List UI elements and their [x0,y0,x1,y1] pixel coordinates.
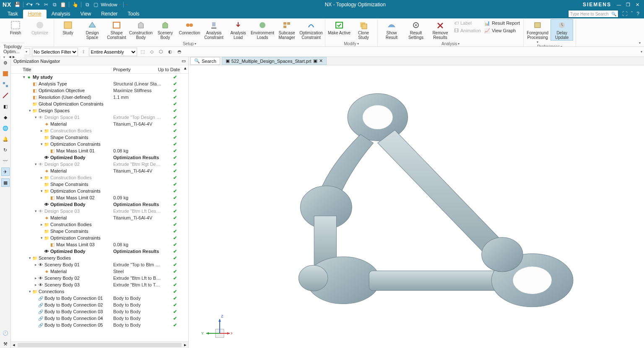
rail-hd3d-icon[interactable]: ◆ [1,113,10,121]
assembly-scope-select[interactable]: Entire Assembly [89,48,137,56]
switch-window-icon[interactable]: ⧉ [84,1,91,8]
tab-task[interactable]: Task [3,10,23,18]
tree-row[interactable]: ▾Design Spaces✔ [11,107,188,114]
topology-tab[interactable]: Topology Optim... ▾ ◂ ▸ [1,43,24,59]
tree-row[interactable]: ▸Construction Bodies✔ [11,174,188,181]
tree-row[interactable]: ▸Scenery Body 01Extrude "Top to Btm Rgt … [11,261,188,268]
help-icon[interactable]: ? [635,11,641,17]
command-search-input[interactable]: Type Here to Search 🔍 [568,10,618,18]
tree-body[interactable]: ▾My study✔Analysis TypeStructural (Linea… [11,74,188,341]
rail-gear-icon[interactable]: ⚙ [1,59,10,67]
tree-row[interactable]: Resolution (User-defined)1.1 mm✔ [11,94,188,101]
sel-icon-3[interactable]: ⬡ [157,48,165,56]
view-triad[interactable]: X Y Z [199,310,232,343]
tab-render[interactable]: Render [96,10,122,18]
close-icon[interactable]: ✕ [634,2,641,8]
tree-row[interactable]: ▾Optimization Constraints✔ [11,188,188,194]
pin-icon[interactable]: ▭ [182,58,186,64]
tree-row[interactable]: Optimized BodyOptimization Results✔ [11,154,188,161]
tree-row[interactable]: ▾Optimization Constraints✔ [11,235,188,241]
tree-row[interactable]: Shape Constraints✔ [11,181,188,188]
view-graph-button[interactable]: 📈View Graph [483,27,521,34]
tab-home[interactable]: Home [23,10,47,18]
finish-button[interactable]: Finish [4,19,27,35]
scenery-body-button[interactable]: Scenery Body [154,19,177,40]
tree-row[interactable]: MaterialSteel✔ [11,268,188,275]
col-scroll-up-icon[interactable]: ▴ [182,65,188,73]
subcase-manager-button[interactable]: Subcase Manager [275,19,298,40]
rail-settings-icon[interactable]: ⚒ [1,340,10,348]
minimize-ribbon-icon[interactable]: ˆ [630,11,634,17]
tree-row[interactable]: Body to Body Connection 05Body to Body✔ [11,322,188,328]
tree-row[interactable]: Body to Body Connection 02Body to Body✔ [11,302,188,308]
analysis-constraint-button[interactable]: Analysis Constraint [203,19,225,40]
delay-update-button[interactable]: Delay Update [551,19,573,41]
tree-row[interactable]: ▾Connections✔ [11,288,188,295]
tree-row[interactable]: Optimization ObjectiveMaximize Stiffness… [11,87,188,94]
rail-optimization-nav-icon[interactable]: ✈ [1,168,10,176]
tree-row[interactable]: Body to Body Connection 04Body to Body✔ [11,315,188,322]
search-icon[interactable]: 🔍 [611,12,616,16]
tree-row[interactable]: MaterialTitanium_Ti-6Al-4V✔ [11,168,188,174]
rail-notify-icon[interactable]: 🔔 [1,135,10,143]
show-result-button[interactable]: Show Result [380,19,403,40]
tree-row[interactable]: Max Mass Limit 020.09 kg✔ [11,194,188,201]
redo-icon[interactable]: ↷ [34,1,41,8]
foreground-processing-button[interactable]: Foreground Processing▾ [526,19,549,44]
optimization-constraint-button[interactable]: Optimization Constraint [300,19,322,40]
sel-icon-2[interactable]: ◇ [148,48,156,56]
fullscreen-icon[interactable]: ⛶ [621,11,628,17]
maximize-icon[interactable]: ❐ [625,2,631,8]
rail-assembly-nav-icon[interactable] [1,80,10,89]
sel-icon-5[interactable]: ◓ [176,48,183,56]
tree-row[interactable]: Max Mass Limit 030.08 kg✔ [11,241,188,248]
tree-row[interactable]: Shape Constraints✔ [11,228,188,235]
search-tab[interactable]: 🔍 Search [190,57,220,65]
tree-row[interactable]: ▸Construction Bodies✔ [11,221,188,228]
tree-row[interactable]: Global Optimization Constraints✔ [11,101,188,107]
window-menu-icon[interactable]: ▢ [92,1,99,8]
tree-row[interactable]: Max Mass Limit 010.08 kg✔ [11,147,188,154]
tree-row[interactable]: MaterialTitanium_Ti-6Al-4V✔ [11,214,188,221]
sel-icon-4[interactable]: ◐ [166,48,174,56]
tree-row[interactable]: Body to Body Connection 01Body to Body✔ [11,295,188,302]
minimize-icon[interactable]: — [615,2,622,8]
tab-analysis[interactable]: Analysis [47,10,75,18]
tree-row[interactable]: Optimized BodyOptimization Results✔ [11,201,188,208]
close-tab-icon[interactable]: ✕ [319,58,323,64]
connection-button[interactable]: Connection [178,19,201,35]
col-title[interactable]: Title [11,65,112,73]
design-space-button[interactable]: Design Space [81,19,104,40]
tree-h-scrollbar[interactable]: ◂▸ [11,341,188,348]
tree-row[interactable]: Body to Body Connection 03Body to Body✔ [11,308,188,315]
clone-study-button[interactable]: Clone Study [352,19,375,40]
rail-browser-icon[interactable]: 🌐 [1,124,10,132]
environment-loads-button[interactable]: Environment Loads [251,19,274,40]
rail-part-nav-icon[interactable] [1,70,10,78]
selection-filter-select[interactable]: No Selection Filter [32,48,78,56]
window-menu-label[interactable]: Window [101,2,117,7]
col-uptodate[interactable]: Up to Date [156,65,182,73]
tree-row[interactable]: ▾My study✔ [11,74,188,80]
cut-icon[interactable]: ✂ [43,1,49,8]
tree-row[interactable]: ▾Design Space 01Extrude "Top Design Spa.… [11,114,188,121]
copy-icon[interactable]: ⧉ [51,1,58,8]
result-settings-button[interactable]: Result Settings [405,19,427,40]
rail-reuse-icon[interactable]: ◧ [1,102,10,111]
undo-icon[interactable]: ↶▾ [26,1,33,8]
save-icon[interactable]: 💾 [14,1,21,8]
3d-viewport[interactable]: X Y Z [189,65,644,348]
tree-row[interactable]: ▾Design Space 02Extrude "Btm Rgt Design … [11,161,188,168]
rail-constraint-nav-icon[interactable] [1,91,10,100]
filter-icon[interactable]: ⟟ [80,48,87,56]
remove-results-button[interactable]: Remove Results [429,19,452,40]
tree-row[interactable]: ▾Design Space 03Extrude "Btm Lft Desgin … [11,208,188,214]
tree-row[interactable]: Optimized BodyOptimization Results✔ [11,248,188,255]
touch-icon[interactable]: 👆 [72,1,78,8]
tree-row[interactable]: ▸Construction Bodies✔ [11,127,188,134]
tab-view[interactable]: View [75,10,96,18]
col-property[interactable]: Property [112,65,156,73]
tree-row[interactable]: ▾Scenery Bodies✔ [11,255,188,261]
analysis-load-button[interactable]: Analysis Load [227,19,249,40]
file-tab[interactable]: ▣ 522_Multiple_Design_Spaces_Start.prt ▣… [222,57,327,65]
